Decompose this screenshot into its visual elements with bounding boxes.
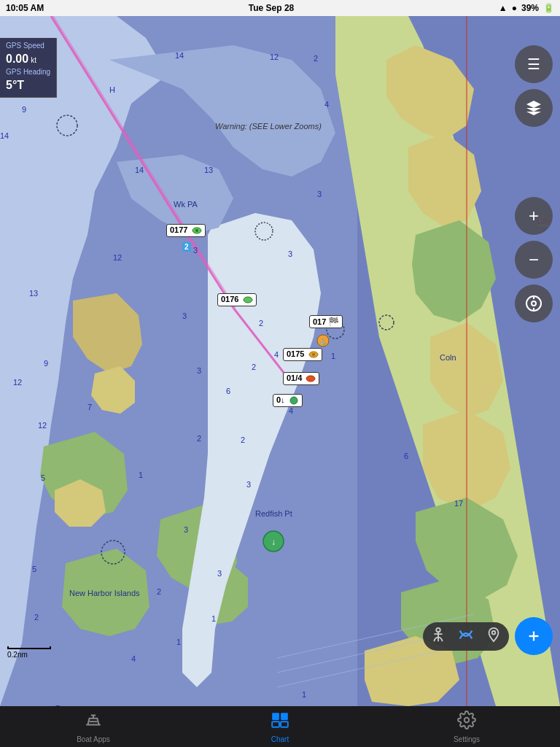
battery-indicator: 39% xyxy=(521,3,539,13)
svg-point-29 xyxy=(532,301,536,306)
svg-point-22 xyxy=(195,229,198,232)
bottom-toolbar: Boat Apps Chart Settings xyxy=(0,706,560,747)
waypoint-0175[interactable]: 0175 xyxy=(283,348,322,361)
zoom-in-button[interactable]: + xyxy=(515,197,553,235)
map-svg: ⚓ ↓ ⛵ xyxy=(0,16,560,706)
svg-point-23 xyxy=(244,297,252,303)
waypoint-0176[interactable]: 0176 xyxy=(217,293,257,306)
compass-button[interactable] xyxy=(515,285,553,322)
zoom-out-button[interactable]: − xyxy=(515,241,553,279)
gps-info: GPS Speed 0.00 kt GPS Heading 5°T xyxy=(0,38,57,98)
tab-settings-label: Settings xyxy=(454,735,480,743)
route-tool-button[interactable] xyxy=(458,627,474,646)
svg-point-41 xyxy=(464,717,470,722)
add-waypoint-button[interactable] xyxy=(515,617,553,655)
waypoint-fish-0177: 2 xyxy=(182,242,191,252)
settings-icon xyxy=(457,711,476,734)
wifi-icon: ▲ xyxy=(499,3,508,13)
status-time: 10:05 AM xyxy=(6,3,44,13)
chart-icon xyxy=(271,711,289,734)
tab-chart-label: Chart xyxy=(271,735,289,743)
svg-point-32 xyxy=(436,627,440,632)
tab-boat-apps[interactable]: Boat Apps xyxy=(0,706,187,747)
svg-rect-39 xyxy=(272,721,279,727)
status-bar: 10:05 AM Tue Sep 28 ▲ ● 39% 🔋 xyxy=(0,0,560,16)
anchor-tool-button[interactable] xyxy=(430,627,446,646)
tab-chart[interactable]: Chart xyxy=(187,706,373,747)
waypoint-01-turtle[interactable]: 0↓ xyxy=(273,394,303,407)
scale-bar: 0.2nm xyxy=(7,646,51,659)
place-redfish: Redfish Pt xyxy=(255,509,292,518)
place-wk-pa: Wk PA xyxy=(174,200,198,209)
waypoint-014[interactable]: 01/4 xyxy=(283,372,319,385)
place-coln: Coln xyxy=(440,353,456,362)
battery-icon: 🔋 xyxy=(543,3,554,13)
menu-button[interactable]: ☰ xyxy=(515,45,553,83)
waypoint-0177[interactable]: 0177 xyxy=(166,224,206,237)
waypoint-017[interactable]: 017 🏁 xyxy=(309,315,343,328)
svg-rect-37 xyxy=(272,713,279,720)
pin-tool-button[interactable] xyxy=(486,627,502,646)
warning-label: Warning: (SEE Lower Zooms) xyxy=(215,122,322,131)
map[interactable]: ⚓ ↓ ⛵ GPS Speed 0.00 kt GPS Heading 5°T … xyxy=(0,16,560,706)
gps-speed-label: GPS Speed xyxy=(6,41,50,51)
gps-heading-label: GPS Heading xyxy=(6,67,50,77)
bottom-actions xyxy=(423,617,553,655)
svg-rect-40 xyxy=(281,721,288,727)
svg-point-26 xyxy=(306,376,315,382)
right-controls: ☰ + − xyxy=(515,45,553,322)
signal-icon: ● xyxy=(512,3,517,13)
place-new-harbor: New Harbor Islands xyxy=(69,589,140,597)
svg-text:↓: ↓ xyxy=(271,537,276,547)
boat-apps-icon xyxy=(84,711,103,734)
svg-point-25 xyxy=(312,353,315,356)
tab-settings[interactable]: Settings xyxy=(373,706,560,747)
status-date: Tue Sep 28 xyxy=(249,3,294,13)
gps-speed-value: 0.00 kt xyxy=(6,51,50,67)
svg-rect-38 xyxy=(281,713,288,720)
tab-boat-apps-label: Boat Apps xyxy=(77,735,110,743)
layers-button[interactable] xyxy=(515,89,553,127)
svg-text:⚓: ⚓ xyxy=(319,338,327,345)
gps-heading-value: 5°T xyxy=(6,77,50,93)
action-panel xyxy=(423,622,509,651)
svg-point-27 xyxy=(290,397,298,404)
svg-point-34 xyxy=(492,630,496,634)
